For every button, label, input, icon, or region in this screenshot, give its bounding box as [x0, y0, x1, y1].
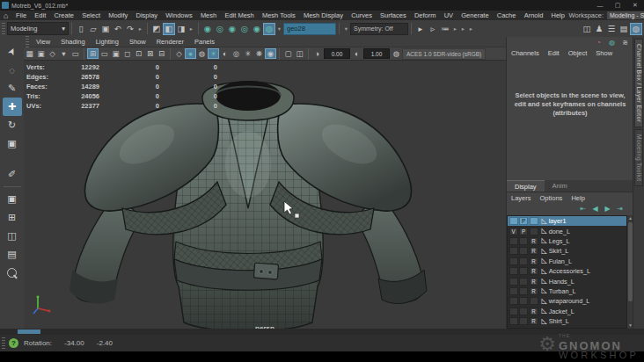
display-type-toggle[interactable]: [530, 228, 538, 235]
playback-toggle[interactable]: [519, 287, 528, 295]
redo-icon[interactable]: ↷: [124, 23, 136, 35]
menu-mesh[interactable]: Mesh: [196, 11, 221, 19]
menu-generate[interactable]: Generate: [457, 11, 493, 19]
menu-windows[interactable]: Windows: [162, 11, 197, 19]
drag-handle[interactable]: [26, 36, 29, 48]
vp-menu-renderer[interactable]: Renderer: [151, 38, 189, 46]
exposure-field[interactable]: 0.00: [324, 48, 350, 59]
menu-curves[interactable]: Curves: [348, 11, 377, 19]
move-tool-icon[interactable]: ✚: [3, 98, 22, 116]
use-all-lights-icon[interactable]: ☀: [208, 48, 219, 59]
maximize-button[interactable]: ▢: [609, 0, 626, 11]
display-type-toggle[interactable]: R: [530, 287, 538, 295]
home-icon[interactable]: ⌂: [4, 11, 8, 20]
gate-mask-icon[interactable]: ◻: [121, 48, 133, 59]
playback-toggle[interactable]: [519, 237, 528, 245]
menu-help[interactable]: Help: [547, 11, 569, 19]
layer-name[interactable]: Skirt_L: [549, 247, 569, 255]
display-type-toggle[interactable]: R: [530, 257, 538, 265]
layer-name[interactable]: Legs_L: [549, 237, 570, 245]
menu-edit-mesh[interactable]: Edit Mesh: [221, 11, 259, 19]
select-camera-icon[interactable]: ▦: [24, 48, 35, 59]
menu-edit[interactable]: Edit: [31, 11, 50, 19]
select-tool-icon[interactable]: ➤: [3, 42, 22, 61]
menu-create[interactable]: Create: [50, 11, 78, 19]
layer-row[interactable]: R ◺ Turban_L: [508, 286, 626, 296]
vp-menu-shading[interactable]: Shading: [55, 38, 91, 46]
visibility-toggle[interactable]: [509, 278, 518, 286]
menu-modify[interactable]: Modify: [105, 11, 132, 19]
layer-row[interactable]: ◺ wraparound_L: [508, 296, 626, 306]
playback-toggle[interactable]: [519, 267, 528, 275]
layer-name[interactable]: layer1: [549, 217, 567, 225]
display-type-toggle[interactable]: R: [530, 237, 538, 245]
playback-toggle[interactable]: [519, 308, 528, 315]
symmetry-field[interactable]: Symmetry: Off: [350, 23, 408, 35]
view-transform-icon[interactable]: ◍: [391, 48, 402, 59]
cb-menu-object[interactable]: Object: [564, 49, 592, 57]
cb-menu-edit[interactable]: Edit: [544, 49, 564, 57]
textured-mode-icon[interactable]: ◍: [196, 48, 208, 59]
rotate-tool-icon[interactable]: ↻: [3, 116, 22, 134]
ipr-render-icon[interactable]: ▹: [427, 23, 439, 35]
visibility-toggle[interactable]: [509, 297, 518, 305]
layer-row[interactable]: R ◺ Legs_L: [508, 236, 626, 246]
shadows-toggle-icon[interactable]: ◐: [219, 48, 231, 59]
zoom-magnifier-icon[interactable]: [3, 264, 22, 282]
safe-action-icon[interactable]: ⊠: [144, 48, 156, 59]
flyout-arrow-icon[interactable]: ▸: [459, 23, 467, 35]
minimize-button[interactable]: —: [591, 0, 609, 11]
selection-name-input[interactable]: geo28: [283, 23, 336, 35]
layer-row[interactable]: R ◺ Skirt_L: [508, 246, 626, 256]
tab-anim[interactable]: Anim: [545, 180, 575, 192]
safe-title-icon[interactable]: ⊟: [156, 48, 167, 59]
display-type-toggle[interactable]: [530, 217, 538, 225]
menu-select[interactable]: Select: [78, 11, 105, 19]
tool-settings-toggle-icon[interactable]: ♟: [593, 23, 605, 35]
motion-blur-icon[interactable]: ✳: [242, 48, 253, 59]
snap-point-icon[interactable]: ◉: [226, 23, 238, 35]
layer-name[interactable]: wraparound_L: [549, 297, 590, 305]
menu-surfaces[interactable]: Surfaces: [377, 11, 411, 19]
playback-toggle[interactable]: [519, 317, 528, 325]
gamma-icon[interactable]: ◐: [351, 48, 362, 59]
cb-menu-show[interactable]: Show: [591, 49, 617, 57]
ambient-occlusion-icon[interactable]: ◎: [231, 48, 242, 59]
snap-grid-icon[interactable]: ◉: [201, 23, 214, 35]
hyperbolic-slider-icon[interactable]: ≋: [620, 38, 630, 47]
menu-cache[interactable]: Cache: [493, 11, 520, 19]
channel-box-toggle-icon[interactable]: ☰: [605, 23, 618, 35]
layout-outliner-pane-icon[interactable]: ▤: [3, 245, 22, 264]
drag-handle[interactable]: [2, 23, 5, 35]
playback-toggle[interactable]: [519, 297, 528, 305]
viewport-canvas[interactable]: Verts:1229200 Edges:2657800 Faces:142890…: [24, 61, 506, 335]
field-chart-icon[interactable]: ⊡: [133, 48, 144, 59]
film-gate-icon[interactable]: ▭: [99, 48, 110, 59]
visibility-toggle[interactable]: [509, 317, 518, 325]
flyout-arrow-icon[interactable]: ▸: [467, 23, 475, 35]
workspace-dropdown[interactable]: Modeling - Standard* ▾: [606, 11, 644, 20]
drag-handle[interactable]: [2, 337, 5, 350]
visibility-toggle[interactable]: [509, 267, 518, 275]
flyout-arrow-icon[interactable]: ▸: [136, 23, 144, 35]
vp-menu-panels[interactable]: Panels: [189, 38, 220, 46]
menu-display[interactable]: Display: [132, 11, 162, 19]
menu-uv[interactable]: UV: [440, 11, 457, 19]
menu-mesh-display[interactable]: Mesh Display: [299, 11, 347, 19]
chevron-down-icon[interactable]: ▾: [275, 23, 283, 35]
snap-view-plane-icon[interactable]: ◉: [251, 23, 263, 35]
chevron-down-icon[interactable]: ▾: [342, 23, 350, 35]
paint-select-tool-icon[interactable]: ✎: [3, 79, 22, 98]
visibility-toggle[interactable]: [509, 287, 518, 295]
menu-file[interactable]: File: [11, 11, 30, 19]
flyout-arrow-icon[interactable]: ▸: [451, 23, 459, 35]
open-scene-icon[interactable]: ▱: [87, 23, 99, 35]
save-scene-icon[interactable]: ▣: [99, 23, 112, 35]
display-layers-toggle-icon[interactable]: ▤: [618, 23, 630, 35]
display-type-toggle[interactable]: R: [530, 317, 538, 325]
layout-two-pane-icon[interactable]: ◫: [3, 227, 22, 245]
grid-toggle-icon[interactable]: ⊞: [87, 48, 99, 59]
lock-camera-icon[interactable]: ▣: [35, 48, 47, 59]
new-scene-icon[interactable]: ▯: [75, 23, 87, 35]
layer-row[interactable]: V P ◺ done_L: [508, 226, 626, 235]
